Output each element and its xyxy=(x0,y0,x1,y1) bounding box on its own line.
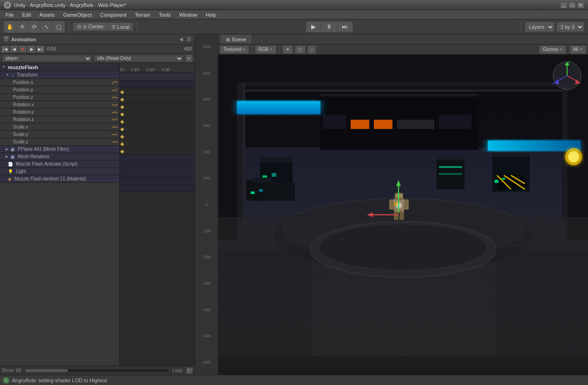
timeline-scrollbar[interactable] xyxy=(25,369,169,372)
prop-transform[interactable]: ▼ ↕ Transform xyxy=(0,71,119,79)
track-scale-x[interactable] xyxy=(120,133,195,140)
ruler-line-0 xyxy=(120,69,120,72)
track-rot-x[interactable] xyxy=(120,110,195,118)
center-button[interactable]: ⊙ ⊙ Center xyxy=(73,23,108,31)
separator-1 xyxy=(69,22,69,32)
track-pos-x[interactable] xyxy=(120,88,195,96)
animation-timeline[interactable]: 0:00 0:10 0:20 0:30 xyxy=(120,63,195,366)
pb-first-button[interactable]: |◀ xyxy=(1,45,9,53)
prop-position-y[interactable]: Position.y xyxy=(0,86,119,94)
window-controls[interactable]: _ □ ✕ xyxy=(560,2,584,8)
keyframe-rot-y-0[interactable] xyxy=(120,120,124,123)
rect-tool-button[interactable]: ▢ xyxy=(52,21,65,32)
svg-rect-16 xyxy=(439,115,471,129)
move-tool-button[interactable]: ✛ xyxy=(16,21,28,32)
prop-mesh-renderer[interactable]: ▶ ▦ Mesh Renderer xyxy=(0,153,119,160)
rgb-dropdown-arrow: ▼ xyxy=(269,47,273,51)
prop-position-z[interactable]: Position.z xyxy=(0,94,119,101)
rotate-tool-button[interactable]: ⟳ xyxy=(28,21,40,32)
object-select-dropdown[interactable]: player xyxy=(2,55,92,62)
muzzle-script-label: Muzzle Flash Animate (Script) xyxy=(16,161,78,167)
prop-position-x[interactable]: Position.x xyxy=(0,79,119,86)
maximize-button[interactable]: □ xyxy=(568,2,576,8)
view-dropdown[interactable]: 2 by 3 xyxy=(556,22,584,32)
animation-panel-title: Animation xyxy=(11,37,36,42)
menu-file[interactable]: File xyxy=(2,11,18,19)
keyframe-scale-x-0[interactable] xyxy=(120,135,124,138)
pb-play-button[interactable]: ▶ xyxy=(27,45,36,53)
menu-tools[interactable]: Tools xyxy=(155,11,175,19)
lighting-button[interactable]: ☀ xyxy=(282,45,293,54)
track-pos-z[interactable] xyxy=(120,103,195,110)
clip-select-dropdown[interactable]: idle (Read-Only) xyxy=(94,55,184,62)
scene-header: ⊞ Scene xyxy=(218,34,588,45)
prop-rotation-x[interactable]: Rotation.x xyxy=(0,101,119,109)
audio-button[interactable]: ♪ xyxy=(307,45,316,54)
rgb-button[interactable]: RGB ▼ xyxy=(255,45,276,54)
all-layers-button[interactable]: All ▼ xyxy=(570,45,586,54)
keyframe-scale-y-0[interactable] xyxy=(120,142,124,146)
pause-button[interactable]: ⏸ xyxy=(321,21,337,32)
scale-tool-button[interactable]: ⤡ xyxy=(40,21,52,32)
position-y-label: Position.y xyxy=(13,87,33,92)
prop-material[interactable]: ◉ Muzzle Flash-lambert 21 (Material) xyxy=(0,175,119,183)
menu-assets[interactable]: Assets xyxy=(36,11,59,19)
keyframe-pos-x-0[interactable] xyxy=(120,90,124,94)
menu-window[interactable]: Window xyxy=(176,11,201,19)
play-button[interactable]: ▶ xyxy=(306,21,321,32)
scale-400: 400 xyxy=(195,97,218,102)
track-scale-z[interactable] xyxy=(120,148,195,155)
prop-pplane[interactable]: ▶ ▦ PPlane 441 (Mesh Filter) xyxy=(0,146,119,153)
minimize-button[interactable]: _ xyxy=(560,2,568,8)
menu-component[interactable]: Component xyxy=(96,11,130,19)
panel-menu-button[interactable]: ☰ xyxy=(185,36,192,43)
close-button[interactable]: ✕ xyxy=(577,2,584,8)
add-curve-button[interactable]: + xyxy=(185,55,193,62)
prop-scale-y[interactable]: Scale.y xyxy=(0,131,119,138)
prop-rotation-z[interactable]: Rotation.z xyxy=(0,116,119,123)
menu-help[interactable]: Help xyxy=(202,11,220,19)
prop-scale-x[interactable]: Scale.x xyxy=(0,123,119,131)
track-transform xyxy=(120,81,195,88)
svg-rect-11 xyxy=(320,94,478,96)
menu-terrain[interactable]: Terrain xyxy=(131,11,154,19)
prop-muzzleflash[interactable]: ▼ muzzleFlash xyxy=(0,63,119,71)
keyframe-rot-z-0[interactable] xyxy=(120,127,124,131)
timeline-scrollbar-thumb[interactable] xyxy=(25,369,68,372)
menu-gameobject[interactable]: GameObject xyxy=(59,11,96,19)
pb-record-button[interactable]: ● xyxy=(19,45,27,53)
scene-tab[interactable]: ⊞ Scene xyxy=(221,35,251,43)
add-keyframe-button[interactable]: + xyxy=(186,367,193,374)
local-button[interactable]: ⊙ Local xyxy=(108,23,133,31)
skybox-button[interactable]: ⬡ xyxy=(295,45,306,54)
prop-light[interactable]: 💡 Light xyxy=(0,168,119,175)
keyframe-rot-x-0[interactable] xyxy=(120,112,124,116)
keyframe-pos-z-0[interactable] xyxy=(120,105,124,109)
panel-collapse-button[interactable]: ◀ xyxy=(178,36,184,43)
hand-tool-button[interactable]: ✋ xyxy=(4,21,16,32)
prop-muzzle-script[interactable]: 📄 Muzzle Flash Animate (Script) xyxy=(0,160,119,168)
prop-scale-z[interactable]: Scale.z xyxy=(0,138,119,146)
gizmos-button[interactable]: Gizmos ▼ xyxy=(539,45,566,54)
svg-rect-59 xyxy=(437,157,464,160)
keyframe-scale-z-0[interactable] xyxy=(120,149,124,153)
step-button[interactable]: ⏭ xyxy=(337,21,353,32)
menu-edit[interactable]: Edit xyxy=(19,11,35,19)
track-scale-y[interactable] xyxy=(120,140,195,148)
track-rot-z[interactable] xyxy=(120,125,195,133)
scene-viewport[interactable]: Y X Z xyxy=(218,55,588,375)
keyframe-pos-y-0[interactable] xyxy=(120,97,124,101)
track-rot-y[interactable] xyxy=(120,118,195,125)
svg-rect-46 xyxy=(269,182,295,201)
textured-button[interactable]: Textured ▼ xyxy=(220,45,249,54)
layers-dropdown[interactable]: Layers xyxy=(525,22,555,32)
pb-prev-button[interactable]: ◀ xyxy=(10,45,18,53)
pb-next-button[interactable]: ▶| xyxy=(36,45,45,53)
prop-rotation-y[interactable]: Rotation.y xyxy=(0,109,119,116)
script-icon: 📄 xyxy=(8,162,13,167)
track-pos-y[interactable] xyxy=(120,96,195,103)
panel-controls: ◀ ☰ xyxy=(178,36,192,43)
svg-point-21 xyxy=(568,151,579,162)
rotation-z-label: Rotation.z xyxy=(13,117,34,122)
material-icon: ◉ xyxy=(8,177,12,181)
